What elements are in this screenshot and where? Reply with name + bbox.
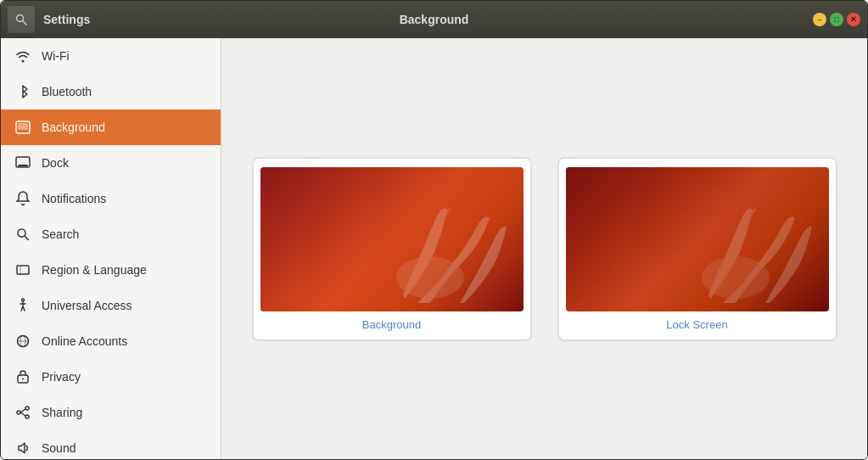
lock-heron-silhouette [566,167,829,311]
background-card[interactable]: Background [252,157,532,341]
search-icon [14,13,28,26]
notifications-icon [14,190,31,207]
svg-rect-5 [18,165,28,166]
lock-screen-card[interactable]: Lock Screen [557,157,837,341]
maximize-button[interactable]: □ [830,13,843,26]
background-icon [14,119,31,136]
sidebar-item-search[interactable]: Search [1,216,221,252]
dock-icon [14,154,31,171]
sidebar-item-sound[interactable]: Sound [1,430,221,459]
wifi-icon [14,48,31,65]
wifi-label: Wi-Fi [42,49,70,63]
sidebar-title: Settings [43,13,90,26]
svg-point-18 [17,411,20,414]
titlebar: Settings Background – □ ✕ [1,1,867,38]
svg-point-17 [25,415,29,418]
sidebar-item-bluetooth[interactable]: Bluetooth [1,74,221,109]
svg-rect-24 [566,167,829,311]
sidebar-item-background[interactable]: Background [1,109,221,145]
sidebar-item-wifi[interactable]: Wi-Fi [1,38,221,74]
svg-rect-3 [18,123,28,130]
lock-screen-wallpaper [566,167,829,311]
lock-screen-card-label: Lock Screen [666,318,727,331]
minimize-icon: – [817,15,821,24]
content-area: Wi-Fi Bluetooth Backg [1,38,867,459]
settings-window: Settings Background – □ ✕ [0,0,868,460]
sidebar-item-notifications[interactable]: Notifications [1,181,221,216]
privacy-label: Privacy [42,370,81,384]
background-label: Background [42,121,105,134]
sidebar-item-sharing[interactable]: Sharing [1,395,221,430]
region-icon [14,261,31,278]
search-sidebar-icon [14,226,31,243]
svg-point-10 [22,299,25,301]
online-accounts-label: Online Accounts [42,334,127,348]
sidebar-item-universal-access[interactable]: Universal Access [1,288,221,323]
background-card-label: Background [362,318,421,331]
sound-icon [14,440,31,457]
sharing-label: Sharing [42,406,82,419]
region-label: Region & Language [42,263,147,277]
sound-label: Sound [42,441,76,455]
svg-point-0 [17,15,24,22]
svg-rect-22 [260,167,524,311]
search-button[interactable] [8,6,35,33]
close-button[interactable]: ✕ [847,13,860,26]
search-label: Search [42,227,79,241]
bluetooth-label: Bluetooth [42,85,92,98]
background-preview [260,167,524,311]
maximize-icon: □ [834,15,838,24]
titlebar-left: Settings [1,6,221,33]
window-controls: – □ ✕ [813,13,867,26]
lock-screen-preview [566,167,829,311]
main-content: Background [221,38,867,459]
svg-line-20 [20,412,25,416]
bluetooth-icon [14,83,31,100]
close-icon: ✕ [850,15,857,24]
notifications-label: Notifications [42,192,106,205]
svg-rect-8 [17,266,29,274]
page-title-text: Background [400,13,469,26]
svg-point-15 [22,378,24,379]
heron-silhouette [260,167,524,311]
svg-point-16 [25,407,29,410]
svg-line-1 [23,21,26,25]
sidebar-item-region[interactable]: Region & Language [1,252,221,288]
sidebar-item-privacy[interactable]: Privacy [1,359,221,395]
universal-access-label: Universal Access [42,299,132,312]
sidebar-item-dock[interactable]: Dock [1,145,221,181]
svg-line-7 [25,236,29,240]
svg-line-19 [20,409,25,412]
sidebar-item-online-accounts[interactable]: Online Accounts [1,323,221,359]
online-accounts-icon [14,333,31,350]
sidebar: Wi-Fi Bluetooth Backg [1,38,221,459]
background-wallpaper [260,167,524,311]
minimize-button[interactable]: – [813,13,826,26]
privacy-icon [14,368,31,385]
dock-label: Dock [42,156,69,170]
sharing-icon [14,404,31,421]
universal-access-icon [14,297,31,314]
